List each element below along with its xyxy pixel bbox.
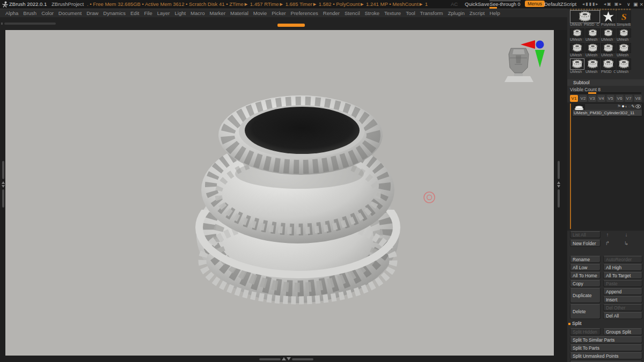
append-button[interactable]: Append	[603, 288, 642, 295]
tire-thumb-icon	[617, 43, 631, 53]
menu-item-preferences[interactable]: Preferences	[291, 9, 318, 17]
minimize-icon[interactable]: ∨	[627, 0, 631, 9]
subtool-tab-v2[interactable]: V2	[579, 95, 587, 102]
tool-thumb-label: UMesh_	[586, 38, 600, 41]
new-folder-button[interactable]: New Folder	[570, 240, 601, 247]
move-down-icon[interactable]: ↓	[623, 231, 630, 238]
menu-item-zscript[interactable]: Zscript	[470, 9, 485, 17]
menu-item-marker[interactable]: Marker	[210, 9, 226, 17]
move-up-icon[interactable]: ↑	[604, 231, 611, 238]
copy-button[interactable]: Copy	[570, 280, 601, 287]
camera-head-gizmo[interactable]	[504, 48, 533, 82]
close-icon[interactable]: ×	[640, 0, 643, 9]
tire-model[interactable]	[196, 95, 399, 305]
paste-button[interactable]: Paste	[603, 280, 642, 287]
menu-item-picker[interactable]: Picker	[272, 9, 286, 17]
menu-item-stencil[interactable]: Stencil	[345, 9, 360, 17]
del-all-button[interactable]: Del All	[603, 312, 642, 319]
menu-item-edit[interactable]: Edit	[130, 9, 139, 17]
menu-item-help[interactable]: Help	[489, 9, 500, 17]
delete-button[interactable]: Delete	[570, 304, 601, 319]
menu-item-color[interactable]: Color	[41, 9, 54, 17]
list-all-button[interactable]: List All	[570, 231, 601, 238]
menu-item-draw[interactable]: Draw	[86, 9, 98, 17]
split-section-header[interactable]: Split	[572, 321, 582, 326]
menu-item-brush[interactable]: Brush	[23, 9, 36, 17]
document-canvas[interactable]	[5, 30, 554, 356]
menu-item-macro[interactable]: Macro	[191, 9, 204, 17]
split-to-similar-parts-button[interactable]: Split To Similar Parts	[570, 336, 642, 343]
visible-count-slider[interactable]	[570, 92, 641, 94]
all-to-home-button[interactable]: All To Home	[570, 272, 601, 279]
shelf-divider[interactable]	[4, 23, 56, 25]
split-unmasked-points-button[interactable]: Split Unmasked Points	[570, 352, 642, 359]
subtool-tab-v1[interactable]: V1	[570, 95, 578, 102]
subtool-scrollbar[interactable]	[570, 104, 571, 229]
menu-item-render[interactable]: Render	[323, 9, 340, 17]
move-into-folder-up-icon[interactable]: ↱	[604, 240, 611, 247]
del-other-button[interactable]: Del Other	[603, 304, 642, 311]
eye-icon[interactable]	[635, 105, 641, 108]
rename-button[interactable]: Rename	[570, 256, 601, 263]
subtool-tab-v3[interactable]: V3	[588, 95, 596, 102]
subtool-tab-v4[interactable]: V4	[597, 95, 605, 102]
menu-item-document[interactable]: Document	[58, 9, 82, 17]
flag-icon[interactable]: ⚑	[617, 104, 621, 109]
duplicate-button[interactable]: Duplicate	[570, 288, 601, 303]
subtool-tab-v5[interactable]: V5	[606, 95, 614, 102]
tool-thumb[interactable]	[586, 28, 600, 38]
subtool-tab-v6[interactable]: V6	[616, 95, 624, 102]
tool-thumb[interactable]	[586, 58, 600, 70]
move-into-folder-down-icon[interactable]: ↳	[623, 240, 630, 247]
menu-item-light[interactable]: Light	[174, 9, 186, 17]
split-to-parts-button[interactable]: Split To Parts	[570, 344, 642, 351]
menu-item-tool[interactable]: Tool	[406, 9, 415, 17]
tool-thumb-polymesh3d[interactable]	[601, 10, 616, 23]
canvas-scroll-indicator[interactable]	[277, 24, 305, 27]
menu-item-material[interactable]: Material	[230, 9, 248, 17]
menu-item-transform[interactable]: Transform	[420, 9, 443, 17]
tool-thumb[interactable]	[601, 28, 616, 38]
menu-item-stroke[interactable]: Stroke	[365, 9, 379, 17]
tool-thumb[interactable]	[617, 58, 631, 70]
tool-thumb[interactable]	[601, 58, 616, 70]
split-hidden-button[interactable]: Split Hidden	[570, 328, 601, 335]
see-through-slider[interactable]: See-through 0	[489, 1, 521, 9]
document-toggle-icons[interactable]: ◂▣ ▣▸	[604, 0, 623, 9]
insert-button[interactable]: Insert	[603, 296, 642, 303]
quicksave-button[interactable]: QuickSave	[465, 0, 489, 9]
subtool-item[interactable]: ⚑●◐○✎ UMesh_PM3D_Cylinder3D2_11	[572, 103, 642, 116]
tool-thumb[interactable]	[601, 43, 616, 53]
default-zscript-button[interactable]: DefaultZScript	[544, 0, 576, 9]
all-to-target-button[interactable]: All To Target	[603, 272, 642, 279]
menu-item-layer[interactable]: Layer	[157, 9, 170, 17]
menu-item-file[interactable]: File	[144, 9, 152, 17]
ac-toggle[interactable]: AC	[451, 0, 458, 9]
autoreorder-button[interactable]: AutoReorder	[603, 256, 642, 263]
tool-thumb[interactable]	[586, 43, 600, 53]
menu-item-texture[interactable]: Texture	[384, 9, 401, 17]
tool-thumb[interactable]	[570, 28, 584, 38]
menu-item-zplugin[interactable]: Zplugin	[448, 9, 465, 17]
subtool-section-header[interactable]: Subtool	[567, 79, 644, 86]
restore-icon[interactable]: ▣	[633, 0, 638, 9]
tool-thumb-simplebrush[interactable]: S	[617, 10, 631, 23]
subtool-tab-v7[interactable]: V7	[625, 95, 633, 102]
groups-split-button[interactable]: Groups Split	[603, 328, 642, 335]
menu-item-alpha[interactable]: Alpha	[5, 9, 18, 17]
menu-item-dynamics[interactable]: Dynamics	[103, 9, 126, 17]
menu-item-movie[interactable]: Movie	[253, 9, 267, 17]
tool-thumb[interactable]	[617, 28, 631, 38]
subtool-tab-v8[interactable]: V8	[634, 95, 642, 102]
tool-thumb[interactable]	[617, 43, 631, 53]
tool-thumb-recent[interactable]	[570, 58, 584, 70]
tool-thumb[interactable]	[570, 43, 584, 53]
status-stats: . • Free Mem 32.685GB • Active Mem 3612 …	[87, 0, 428, 9]
tray-toggle-icons[interactable]: ◂▮▮▮▸	[582, 0, 599, 9]
all-high-button[interactable]: All High	[603, 264, 642, 271]
all-low-button[interactable]: All Low	[570, 264, 601, 271]
clipped-bottom-button[interactable]	[570, 360, 642, 362]
tool-thumb-selected[interactable]	[570, 10, 600, 23]
menus-button[interactable]: Menus	[525, 1, 545, 7]
pen-icon[interactable]: ✎	[631, 104, 635, 109]
